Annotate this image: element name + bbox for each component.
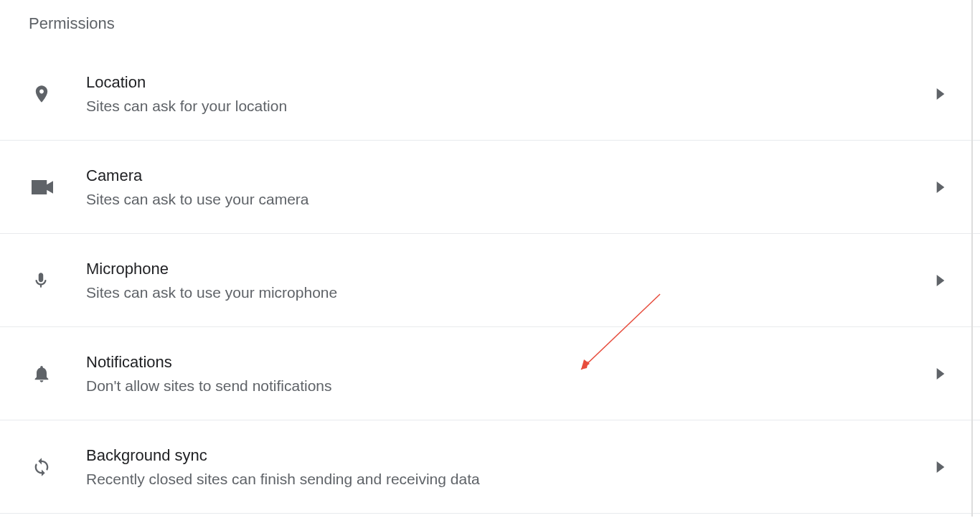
permission-title: Microphone [86, 260, 930, 278]
permission-row-camera[interactable]: Camera Sites can ask to use your camera [0, 141, 980, 234]
scrollbar-edge [971, 0, 973, 517]
permission-desc: Sites can ask to use your camera [86, 191, 930, 208]
camera-icon [32, 180, 60, 194]
chevron-right-icon [930, 275, 951, 286]
permission-desc: Recently closed sites can finish sending… [86, 471, 930, 488]
permission-text: Notifications Don't allow sites to send … [60, 353, 930, 395]
permission-row-background-sync[interactable]: Background sync Recently closed sites ca… [0, 420, 980, 514]
permission-text: Camera Sites can ask to use your camera [60, 166, 930, 208]
permission-title: Background sync [86, 446, 930, 465]
permissions-list: Location Sites can ask for your location… [0, 47, 980, 514]
chevron-right-icon [930, 368, 951, 380]
permission-row-notifications[interactable]: Notifications Don't allow sites to send … [0, 327, 980, 420]
chevron-right-icon [930, 182, 951, 193]
permission-title: Notifications [86, 353, 930, 372]
permission-row-location[interactable]: Location Sites can ask for your location [0, 47, 980, 141]
permission-text: Location Sites can ask for your location [60, 73, 930, 115]
chevron-right-icon [930, 88, 951, 100]
permission-desc: Sites can ask to use your microphone [86, 284, 930, 301]
permission-row-microphone[interactable]: Microphone Sites can ask to use your mic… [0, 234, 980, 327]
permission-desc: Sites can ask for your location [86, 98, 930, 115]
section-header-permissions: Permissions [0, 0, 980, 47]
sync-icon [32, 457, 60, 477]
permission-text: Microphone Sites can ask to use your mic… [60, 260, 930, 301]
permission-title: Camera [86, 166, 930, 185]
permission-desc: Don't allow sites to send notifications [86, 377, 930, 395]
location-icon [32, 84, 60, 104]
permission-title: Location [86, 73, 930, 92]
microphone-icon [32, 270, 60, 291]
permission-text: Background sync Recently closed sites ca… [60, 446, 930, 488]
notifications-icon [32, 364, 60, 384]
chevron-right-icon [930, 461, 951, 473]
